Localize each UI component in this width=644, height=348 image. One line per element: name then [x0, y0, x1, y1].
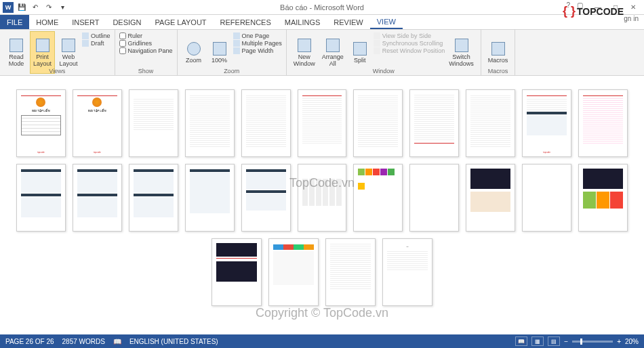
page-thumb-1[interactable]: BÀI TẬP LỚNtopcode: [16, 89, 66, 157]
print-layout-view-button[interactable]: ▦: [531, 336, 544, 346]
page-thumb-19[interactable]: [409, 164, 459, 232]
word-icon: W: [3, 2, 14, 13]
sign-in-link[interactable]: gn in: [624, 15, 639, 22]
zoom-in-button[interactable]: +: [617, 338, 621, 345]
page-thumb-15[interactable]: [185, 164, 235, 232]
page-thumb-18[interactable]: [353, 164, 403, 232]
page-thumb-22[interactable]: [578, 164, 628, 232]
tab-view[interactable]: VIEW: [370, 15, 403, 29]
multiple-pages-button[interactable]: Multiple Pages: [233, 40, 282, 47]
undo-button[interactable]: ↶: [30, 2, 41, 13]
page-thumb-14[interactable]: [129, 164, 178, 232]
outline-button[interactable]: Outline: [82, 32, 110, 39]
ruler-checkbox[interactable]: Ruler: [119, 32, 173, 39]
view-side-by-side-button[interactable]: View Side by Side: [374, 32, 445, 39]
tab-page-layout[interactable]: PAGE LAYOUT: [148, 15, 214, 29]
brace-icon: { }: [563, 4, 576, 18]
page-thumb-26[interactable]: —: [382, 238, 432, 306]
page-thumb-23[interactable]: [212, 238, 262, 306]
close-button[interactable]: ✕: [625, 1, 641, 14]
group-views: Read Mode Print Layout Web Layout Outlin…: [0, 30, 115, 75]
page-thumb-4[interactable]: [185, 89, 235, 157]
page-thumb-12[interactable]: [16, 164, 66, 232]
web-layout-view-button[interactable]: ▤: [548, 336, 560, 346]
thumb-row-2: [16, 164, 628, 232]
draft-button[interactable]: Draft: [82, 40, 110, 47]
zoom-level[interactable]: 20%: [625, 338, 639, 345]
group-window: New Window Arrange All Split View Side b…: [287, 30, 481, 75]
tab-references[interactable]: REFERENCES: [214, 15, 278, 29]
group-zoom-label: Zoom: [178, 68, 286, 74]
quick-access-toolbar: W 💾 ↶ ↷ ▾: [0, 2, 68, 13]
page-indicator[interactable]: PAGE 26 OF 26: [5, 338, 54, 345]
page-thumb-6[interactable]: [298, 89, 347, 157]
watermark-text-2: Copyright © TopCode.vn: [256, 306, 388, 320]
ribbon-tabs: FILE HOME INSERT DESIGN PAGE LAYOUT REFE…: [0, 15, 644, 30]
navigation-pane-checkbox[interactable]: Navigation Pane: [119, 47, 173, 54]
page-thumb-21[interactable]: [522, 164, 571, 232]
group-macros: Macros Macros: [481, 30, 516, 75]
word-count[interactable]: 2857 WORDS: [62, 338, 105, 345]
page-thumb-16[interactable]: [241, 164, 291, 232]
thumb-row-3: —: [16, 238, 628, 306]
proofing-icon[interactable]: 📖: [113, 338, 121, 345]
statusbar: PAGE 26 OF 26 2857 WORDS 📖 ENGLISH (UNIT…: [0, 334, 644, 348]
group-macros-label: Macros: [481, 68, 515, 74]
page-thumb-13[interactable]: [73, 164, 122, 232]
save-button[interactable]: 💾: [16, 2, 27, 13]
group-zoom: Zoom 100% One Page Multiple Pages Page W…: [178, 30, 287, 75]
group-views-label: Views: [0, 68, 115, 74]
qat-customize[interactable]: ▾: [57, 2, 68, 13]
tab-insert[interactable]: INSERT: [65, 15, 106, 29]
group-show-label: Show: [115, 68, 177, 74]
page-thumb-24[interactable]: [268, 238, 319, 306]
titlebar: W 💾 ↶ ↷ ▾ Báo cáo - Microsoft Word ? ▢ —…: [0, 0, 644, 15]
page-thumb-25[interactable]: [325, 238, 376, 306]
page-thumb-7[interactable]: [353, 89, 403, 157]
tab-design[interactable]: DESIGN: [106, 15, 148, 29]
one-page-button[interactable]: One Page: [233, 32, 282, 39]
tab-file[interactable]: FILE: [0, 15, 29, 29]
group-show: Ruler Gridlines Navigation Pane Show: [115, 30, 178, 75]
synchronous-scrolling-button[interactable]: Synchronous Scrolling: [374, 40, 445, 47]
thumb-row-1: BÀI TẬP LỚNtopcode BÀI TẬP LỚNtopcode to…: [16, 89, 628, 157]
tab-home[interactable]: HOME: [29, 15, 65, 29]
page-thumb-5[interactable]: [241, 89, 291, 157]
page-thumb-10[interactable]: topcode: [522, 89, 571, 157]
redo-button[interactable]: ↷: [43, 2, 54, 13]
zoom-out-button[interactable]: −: [564, 338, 568, 345]
read-mode-view-button[interactable]: 📖: [515, 336, 527, 346]
page-thumb-2[interactable]: BÀI TẬP LỚNtopcode: [73, 89, 122, 157]
page-thumb-20[interactable]: [466, 164, 515, 232]
tab-mailings[interactable]: MAILINGS: [278, 15, 327, 29]
ribbon: Read Mode Print Layout Web Layout Outlin…: [0, 30, 644, 76]
gridlines-checkbox[interactable]: Gridlines: [119, 40, 173, 47]
page-thumb-9[interactable]: [466, 89, 515, 157]
topcode-logo: { } TOPCODE: [563, 4, 624, 18]
page-thumb-11[interactable]: [578, 89, 628, 157]
tab-review[interactable]: REVIEW: [327, 15, 369, 29]
page-thumb-17[interactable]: [298, 164, 347, 232]
document-canvas[interactable]: TopCode.vn Copyright © TopCode.vn BÀI TẬ…: [0, 76, 644, 334]
language-indicator[interactable]: ENGLISH (UNITED STATES): [129, 338, 218, 345]
page-width-button[interactable]: Page Width: [233, 47, 282, 54]
reset-window-position-button[interactable]: Reset Window Position: [374, 47, 445, 54]
window-title: Báo cáo - Microsoft Word: [280, 3, 364, 12]
page-thumb-8[interactable]: [409, 89, 459, 157]
zoom-slider[interactable]: [572, 341, 613, 343]
group-window-label: Window: [287, 68, 481, 74]
page-thumb-3[interactable]: [129, 89, 178, 157]
